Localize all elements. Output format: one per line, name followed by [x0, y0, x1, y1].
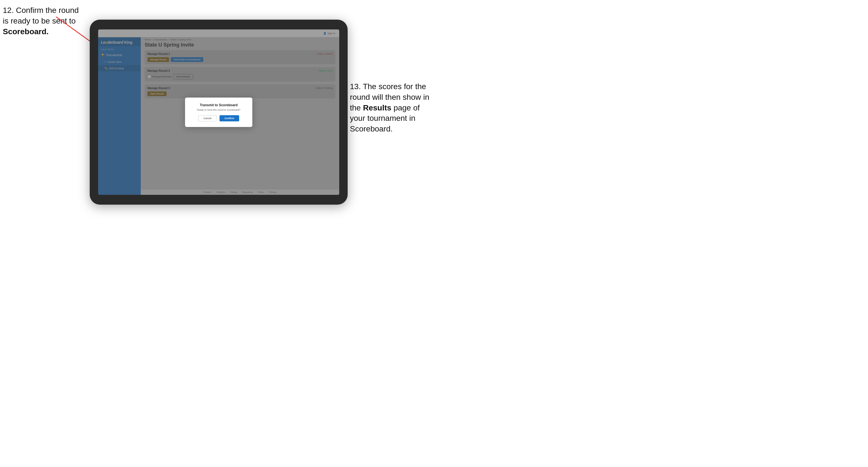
- instruction-top-bold: Scoreboard.: [3, 27, 49, 36]
- instruction-top-text: 12. Confirm the round is ready to be sen…: [3, 6, 79, 25]
- transmit-dialog: Transmit to Scoreboard Ready to send thi…: [185, 98, 252, 127]
- cancel-button[interactable]: Cancel: [198, 115, 217, 121]
- dialog-subtitle: Ready to send this round to Scoreboard?: [192, 108, 246, 111]
- instruction-right: 13. The scores for the round will then s…: [350, 81, 431, 134]
- confirm-button[interactable]: Confirm: [219, 115, 240, 121]
- instruction-right-bold: Results: [363, 103, 392, 112]
- tablet-frame: 👤 Sign In Leaderboard King MAIN MENU 🏆 T…: [90, 20, 348, 205]
- instruction-top: 12. Confirm the round is ready to be sen…: [3, 5, 98, 37]
- dialog-title: Transmit to Scoreboard: [192, 103, 246, 107]
- dialog-buttons: Cancel Confirm: [192, 115, 246, 121]
- dialog-overlay: Transmit to Scoreboard Ready to send thi…: [98, 29, 339, 195]
- tablet-screen: 👤 Sign In Leaderboard King MAIN MENU 🏆 T…: [98, 29, 339, 195]
